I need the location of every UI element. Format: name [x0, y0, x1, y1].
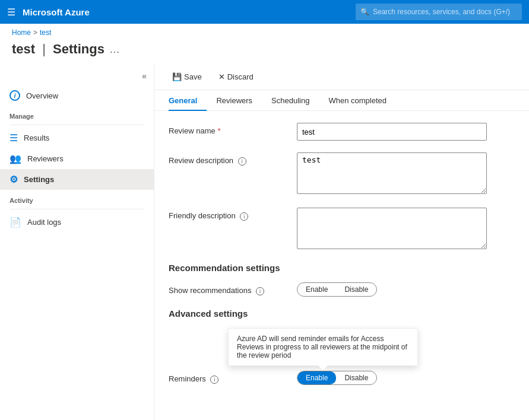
review-description-row: Review description i test	[169, 152, 515, 196]
main-layout: « i Overview Manage ☰ Results 👥 Reviewer…	[0, 64, 529, 420]
breadcrumb-current[interactable]: test	[40, 28, 51, 37]
form-area: Review name * Review description i test	[154, 111, 529, 409]
tab-when-completed[interactable]: When completed	[319, 90, 396, 111]
settings-icon: ⚙	[9, 174, 18, 185]
sidebar-overview-label: Overview	[26, 91, 58, 100]
sidebar-activity-section: Activity	[0, 190, 154, 206]
show-recommendations-row: Show recommendations i Enable Disable	[169, 282, 515, 297]
tab-reviewers[interactable]: Reviewers	[207, 90, 262, 111]
review-description-control: test	[297, 152, 515, 196]
sidebar-collapse-area: «	[0, 69, 154, 85]
tooltip-text: Azure AD will send reminder emails for A…	[237, 335, 407, 359]
breadcrumb-separator: >	[33, 28, 37, 37]
show-recommendations-info-icon[interactable]: i	[256, 287, 264, 295]
sidebar-divider-activity	[9, 209, 144, 209]
review-description-textarea[interactable]: test	[297, 152, 487, 194]
sidebar-divider-manage	[9, 125, 144, 125]
review-description-info-icon[interactable]: i	[238, 157, 246, 166]
search-icon: 🔍	[360, 8, 369, 16]
sidebar: « i Overview Manage ☰ Results 👥 Reviewer…	[0, 64, 154, 420]
sidebar-audit-logs-label: Audit logs	[27, 218, 61, 227]
advanced-section-heading: Advanced settings	[169, 308, 515, 319]
sidebar-collapse-button[interactable]: «	[142, 71, 147, 81]
info-icon: i	[9, 90, 20, 101]
discard-button[interactable]: ✕ Discard	[215, 70, 257, 84]
results-icon: ☰	[9, 132, 18, 144]
more-options-icon[interactable]: …	[109, 43, 120, 56]
top-navigation: ☰ Microsoft Azure 🔍	[0, 0, 529, 24]
content-area: 💾 Save ✕ Discard General Reviewers Sched…	[154, 64, 529, 420]
friendly-description-info-icon[interactable]: i	[240, 212, 248, 221]
sidebar-item-overview[interactable]: i Overview	[0, 85, 154, 106]
review-name-label: Review name *	[169, 123, 287, 135]
required-indicator: *	[217, 126, 220, 135]
show-recommendations-control: Enable Disable	[297, 282, 515, 297]
reminders-toggle: Enable Disable	[297, 371, 377, 385]
discard-icon: ✕	[218, 72, 225, 81]
audit-logs-icon: 📄	[9, 217, 21, 228]
global-search-bar[interactable]: 🔍	[356, 4, 522, 20]
sidebar-item-settings[interactable]: ⚙ Settings	[0, 169, 154, 190]
toolbar: 💾 Save ✕ Discard	[154, 64, 529, 90]
sidebar-item-results[interactable]: ☰ Results	[0, 128, 154, 148]
reminders-disable-button[interactable]: Disable	[336, 371, 376, 384]
sidebar-reviewers-label: Reviewers	[27, 154, 64, 163]
page-title: test | Settings	[12, 42, 104, 57]
page-title-area: test | Settings …	[0, 39, 529, 64]
friendly-description-textarea[interactable]	[297, 208, 487, 249]
show-recommendations-toggle: Enable Disable	[297, 282, 377, 297]
reminders-row: Reminders i Enable Disable	[169, 371, 515, 385]
search-input[interactable]	[373, 8, 517, 16]
breadcrumb-home[interactable]: Home	[12, 28, 31, 37]
sidebar-settings-label: Settings	[24, 175, 54, 184]
sidebar-results-label: Results	[24, 133, 49, 142]
recommendation-section-heading: Recommendation settings	[169, 263, 515, 273]
show-recommendations-label: Show recommendations i	[169, 282, 287, 295]
review-description-label: Review description i	[169, 152, 287, 166]
save-icon: 💾	[172, 72, 182, 81]
sidebar-item-reviewers[interactable]: 👥 Reviewers	[0, 148, 154, 169]
reminders-control: Enable Disable	[297, 371, 515, 385]
reminders-tooltip-popup: Azure AD will send reminder emails for A…	[228, 328, 418, 366]
friendly-description-label: Friendly description i	[169, 208, 287, 221]
hamburger-menu-icon[interactable]: ☰	[7, 7, 15, 18]
friendly-description-control	[297, 208, 515, 251]
show-recommendations-enable-button[interactable]: Enable	[297, 283, 336, 296]
friendly-description-row: Friendly description i	[169, 208, 515, 251]
save-button[interactable]: 💾 Save	[169, 70, 205, 84]
app-title: Microsoft Azure	[23, 7, 349, 17]
sidebar-item-audit-logs[interactable]: 📄 Audit logs	[0, 212, 154, 233]
breadcrumb: Home > test	[0, 24, 529, 39]
review-name-control	[297, 123, 515, 141]
reviewers-icon: 👥	[9, 153, 21, 164]
tab-scheduling[interactable]: Scheduling	[262, 90, 319, 111]
tab-general[interactable]: General	[169, 90, 207, 111]
show-recommendations-disable-button[interactable]: Disable	[336, 283, 376, 296]
tabs-bar: General Reviewers Scheduling When comple…	[154, 90, 529, 111]
sidebar-manage-section: Manage	[0, 106, 154, 122]
reminders-info-icon[interactable]: i	[210, 376, 218, 384]
review-name-input[interactable]	[297, 123, 487, 141]
reminders-enable-button[interactable]: Enable	[297, 371, 336, 384]
reminders-label: Reminders i	[169, 371, 287, 384]
review-name-row: Review name *	[169, 123, 515, 141]
